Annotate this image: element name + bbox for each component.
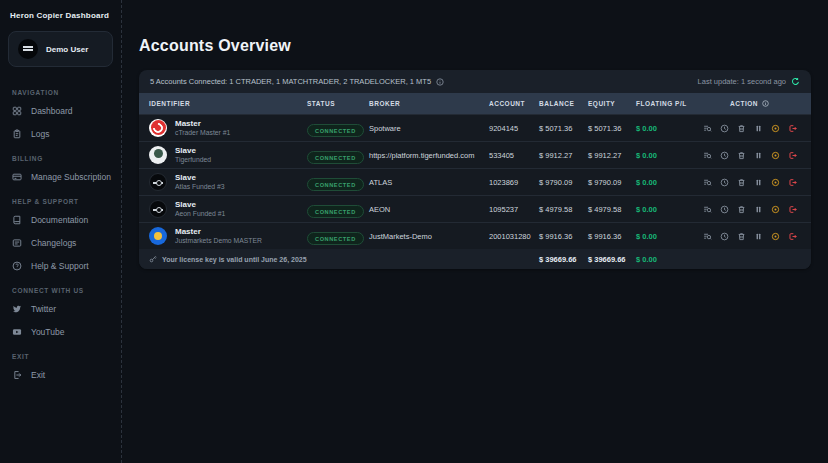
account-name: Atlas Funded #3: [175, 183, 225, 191]
sidebar-item-documentation[interactable]: Documentation: [0, 208, 121, 231]
section-label-exit: Exit: [0, 343, 121, 363]
disconnect-icon[interactable]: [788, 178, 797, 187]
equity-cell: $ 5071.36: [588, 124, 636, 133]
panel-topbar: 5 Accounts Connected: 1 CTRADER, 1 MATCH…: [139, 70, 811, 93]
credit-card-icon: [12, 172, 22, 182]
sidebar-item-help-support[interactable]: Help & Support: [0, 254, 121, 277]
account-number-cell: 1095237: [489, 205, 539, 214]
actions-cell: [698, 178, 801, 187]
broker-cell: Spotware: [369, 124, 489, 133]
broker-avatar: [149, 227, 167, 245]
sidebar-item-label: Dashboard: [31, 106, 73, 116]
disconnect-icon[interactable]: [788, 124, 797, 133]
book-icon: [12, 215, 22, 225]
history-icon[interactable]: [720, 205, 729, 214]
pause-icon[interactable]: [754, 205, 763, 214]
trash-icon[interactable]: [737, 124, 746, 133]
inspect-trades-icon[interactable]: [703, 205, 712, 214]
broker-avatar: [149, 146, 167, 164]
col-header-status: Status: [307, 100, 369, 107]
account-number-cell: 1023869: [489, 178, 539, 187]
floating-pl-cell: $ 0.00: [636, 232, 698, 241]
actions-cell: [698, 124, 801, 133]
help-icon: [12, 261, 22, 271]
disconnect-icon[interactable]: [788, 205, 797, 214]
history-icon[interactable]: [720, 178, 729, 187]
sidebar-item-youtube[interactable]: YouTube: [0, 320, 121, 343]
trash-icon[interactable]: [737, 151, 746, 160]
col-header-balance: Balance: [539, 100, 588, 107]
trash-icon[interactable]: [737, 178, 746, 187]
target-icon[interactable]: [771, 232, 780, 241]
total-equity: $ 39669.66: [588, 255, 636, 264]
history-icon[interactable]: [720, 124, 729, 133]
table-body: Master cTrader Master #1 CONNECTED Spotw…: [139, 114, 811, 249]
info-icon[interactable]: [436, 78, 444, 86]
user-name: Demo User: [46, 45, 88, 54]
sidebar-item-twitter[interactable]: Twitter: [0, 297, 121, 320]
target-icon[interactable]: [771, 124, 780, 133]
history-icon[interactable]: [720, 151, 729, 160]
twitter-icon: [12, 304, 22, 314]
last-update: Last update: 1 second ago: [698, 77, 800, 86]
inspect-trades-icon[interactable]: [703, 178, 712, 187]
status-cell: CONNECTED: [307, 146, 369, 165]
col-header-account: Account: [489, 100, 539, 107]
disconnect-icon[interactable]: [788, 232, 797, 241]
last-update-text: Last update: 1 second ago: [698, 77, 786, 86]
status-badge: CONNECTED: [307, 151, 364, 164]
accounts-summary: 5 Accounts Connected: 1 CTRADER, 1 MATCH…: [150, 77, 444, 86]
account-name: Tigerfunded: [175, 156, 211, 164]
user-card[interactable]: Demo User: [8, 31, 113, 67]
floating-pl-cell: $ 0.00: [636, 205, 698, 214]
sidebar-item-label: Changelogs: [31, 238, 76, 248]
col-header-floating-pl: Floating P/L: [636, 100, 698, 107]
broker-cell: ATLAS: [369, 178, 489, 187]
sidebar-item-exit[interactable]: Exit: [0, 363, 121, 386]
disconnect-icon[interactable]: [788, 151, 797, 160]
identifier-cell: Slave Aeon Funded #1: [149, 200, 307, 218]
actions-cell: [698, 205, 801, 214]
identifier-cell: Master Justmarkets Demo MASTER: [149, 227, 307, 245]
changelog-icon: [12, 238, 22, 248]
broker-cell: AEON: [369, 205, 489, 214]
pause-icon[interactable]: [754, 178, 763, 187]
equity-cell: $ 4979.58: [588, 205, 636, 214]
sidebar-item-label: Manage Subscription: [31, 172, 111, 182]
total-floating-pl: $ 0.00: [636, 255, 698, 264]
app-title: Heron Copier Dashboard: [0, 0, 121, 24]
section-label-connect: Connect With Us: [0, 277, 121, 297]
target-icon[interactable]: [771, 151, 780, 160]
pause-icon[interactable]: [754, 124, 763, 133]
dashboard-icon: [12, 106, 22, 116]
refresh-icon[interactable]: [791, 77, 800, 86]
accounts-summary-text: 5 Accounts Connected: 1 CTRADER, 1 MATCH…: [150, 77, 431, 86]
sidebar-item-manage-subscription[interactable]: Manage Subscription: [0, 165, 121, 188]
col-header-action: Action: [698, 100, 801, 107]
sidebar-item-logs[interactable]: Logs: [0, 122, 121, 145]
status-badge: CONNECTED: [307, 124, 364, 137]
target-icon[interactable]: [771, 205, 780, 214]
trash-icon[interactable]: [737, 205, 746, 214]
target-icon[interactable]: [771, 178, 780, 187]
section-label-help-support: Help & Support: [0, 188, 121, 208]
inspect-trades-icon[interactable]: [703, 151, 712, 160]
inspect-trades-icon[interactable]: [703, 124, 712, 133]
page-title: Accounts Overview: [139, 37, 811, 55]
account-number-cell: 9204145: [489, 124, 539, 133]
broker-avatar: [149, 200, 167, 218]
trash-icon[interactable]: [737, 232, 746, 241]
col-header-broker: Broker: [369, 100, 489, 107]
sidebar-item-changelogs[interactable]: Changelogs: [0, 231, 121, 254]
pause-icon[interactable]: [754, 232, 763, 241]
floating-pl-cell: $ 0.00: [636, 151, 698, 160]
info-icon[interactable]: [762, 100, 769, 107]
sidebar-item-dashboard[interactable]: Dashboard: [0, 99, 121, 122]
floating-pl-cell: $ 0.00: [636, 124, 698, 133]
history-icon[interactable]: [720, 232, 729, 241]
accounts-panel: 5 Accounts Connected: 1 CTRADER, 1 MATCH…: [139, 70, 811, 269]
pause-icon[interactable]: [754, 151, 763, 160]
identifier-cell: Master cTrader Master #1: [149, 119, 307, 137]
sidebar-item-label: Help & Support: [31, 261, 89, 271]
inspect-trades-icon[interactable]: [703, 232, 712, 241]
